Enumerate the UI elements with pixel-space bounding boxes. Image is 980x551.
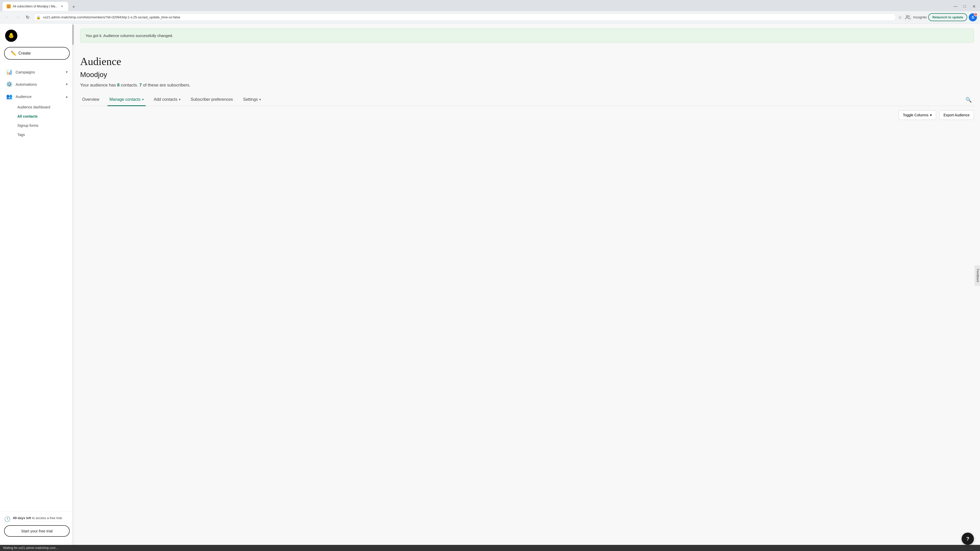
automations-label: Automations (16, 82, 66, 86)
content-actions: Toggle Columns ▾ Export Audience (74, 106, 980, 124)
svg-point-2 (10, 36, 11, 37)
profile-button[interactable]: S 1 (969, 13, 977, 21)
browser-frame: 🐒 All subscribers of Moodjoy | Ma... ✕ +… (0, 0, 980, 551)
feedback-tab[interactable]: Feedback (975, 265, 980, 286)
tab-add-contacts-label: Add contacts (154, 97, 178, 102)
campaigns-label: Campaigns (16, 70, 66, 74)
sidebar-item-automations[interactable]: ⚙️ Automations ▾ (1, 78, 73, 90)
help-icon: ? (966, 536, 969, 542)
toggle-columns-button[interactable]: Toggle Columns ▾ (899, 110, 936, 120)
tab-search-button[interactable]: 🔍 (963, 95, 974, 105)
campaigns-icon: 📊 (6, 69, 13, 75)
sidebar-scrollbar-thumb (72, 24, 74, 45)
sidebar-item-campaigns[interactable]: 📊 Campaigns ▾ (1, 66, 73, 78)
add-contacts-chevron-icon: ▾ (179, 98, 180, 101)
main-content: You got it. Audience columns successfull… (74, 24, 980, 545)
tab-manage-contacts-label: Manage contacts (110, 97, 141, 102)
settings-chevron-icon: ▾ (259, 98, 261, 101)
tab-settings[interactable]: Settings ▾ (241, 94, 263, 106)
tab-subscriber-preferences[interactable]: Subscriber preferences (189, 94, 235, 106)
close-window-button[interactable]: ✕ (970, 3, 977, 10)
sidebar-item-all-contacts[interactable]: All contacts (13, 112, 74, 121)
browser-titlebar: 🐒 All subscribers of Moodjoy | Ma... ✕ +… (0, 0, 980, 11)
refresh-button[interactable]: ↻ (24, 13, 32, 21)
create-label: Create (18, 51, 30, 56)
stats-contacts-count: 8 (117, 83, 119, 87)
incognito-badge (904, 13, 912, 21)
feedback-label: Feedback (976, 269, 980, 283)
tab-overview[interactable]: Overview (80, 94, 101, 106)
sidebar-item-audience-dashboard[interactable]: Audience dashboard (13, 103, 74, 112)
tab-subscriber-preferences-label: Subscriber preferences (191, 97, 233, 102)
audience-chevron-icon: ▴ (66, 94, 68, 98)
trial-text: 89 days left to access a free trial. (13, 516, 62, 520)
tab-manage-contacts[interactable]: Manage contacts ▾ (107, 94, 146, 106)
svg-point-3 (11, 36, 12, 37)
campaigns-chevron-icon: ▾ (66, 70, 68, 74)
page-title: Audience (80, 56, 974, 68)
new-tab-button[interactable]: + (70, 3, 78, 11)
active-tab[interactable]: 🐒 All subscribers of Moodjoy | Ma... ✕ (3, 2, 68, 11)
clock-icon: 🕐 (4, 516, 11, 522)
app-content: ✏️ Create 📊 Campaigns ▾ ⚙️ Automations ▾… (0, 24, 980, 545)
bookmark-icon[interactable]: ☆ (898, 14, 902, 20)
minimize-button[interactable]: — (952, 3, 959, 10)
sidebar: ✏️ Create 📊 Campaigns ▾ ⚙️ Automations ▾… (0, 24, 74, 545)
create-button[interactable]: ✏️ Create (4, 47, 70, 60)
tab-favicon: 🐒 (6, 4, 11, 8)
success-banner: You got it. Audience columns successfull… (80, 29, 974, 43)
relaunch-button[interactable]: Relaunch to update (928, 13, 967, 21)
address-bar[interactable] (34, 14, 896, 21)
status-bar: Waiting for us21.admin.mailchimp.com... (0, 545, 980, 551)
sidebar-item-tags[interactable]: Tags (13, 130, 74, 139)
automations-chevron-icon: ▾ (66, 82, 68, 86)
tab-add-contacts[interactable]: Add contacts ▾ (152, 94, 183, 106)
sidebar-footer: 🕐 89 days left to access a free trial. S… (0, 511, 74, 541)
help-button[interactable]: ? (962, 533, 974, 545)
automations-icon: ⚙️ (6, 81, 13, 87)
maximize-button[interactable]: □ (961, 3, 968, 10)
profile-letter: S (972, 15, 974, 19)
audience-icon: 👥 (6, 94, 13, 100)
sidebar-wrapper: ✏️ Create 📊 Campaigns ▾ ⚙️ Automations ▾… (0, 24, 74, 545)
forward-button[interactable]: → (13, 13, 21, 21)
pencil-icon: ✏️ (11, 51, 16, 56)
sidebar-item-signup-forms[interactable]: Signup forms (13, 121, 74, 130)
stats-suffix: of these are subscribers. (143, 83, 190, 87)
profile-notification-badge: 1 (974, 13, 977, 16)
toggle-columns-chevron-icon: ▾ (930, 113, 932, 117)
svg-point-0 (906, 15, 908, 17)
tab-overview-label: Overview (82, 97, 99, 102)
lock-icon: 🔒 (36, 15, 41, 19)
incognito-label: Incognito (913, 15, 927, 19)
address-bar-wrapper: 🔒 (34, 14, 896, 21)
start-trial-button[interactable]: Start your free trial (4, 525, 70, 537)
tab-settings-label: Settings (243, 97, 258, 102)
stats-middle: contacts. (121, 83, 138, 87)
stats-prefix: Your audience has (80, 83, 116, 87)
toggle-columns-label: Toggle Columns (903, 113, 928, 117)
audience-name: Moodjoy (80, 71, 974, 79)
trial-info: 🕐 89 days left to access a free trial. (4, 516, 70, 522)
sidebar-scrollbar[interactable] (72, 24, 74, 545)
browser-toolbar: ← → ↻ 🔒 ☆ Incognito Relaunch to update S… (0, 11, 980, 24)
page-header: Audience Moodjoy Your audience has 8 con… (74, 48, 980, 94)
tab-close-button[interactable]: ✕ (60, 4, 64, 8)
sidebar-logo (0, 27, 74, 47)
window-controls: — □ ✕ (952, 3, 977, 10)
sidebar-item-audience[interactable]: 👥 Audience ▴ (1, 90, 73, 103)
audience-subnav: Audience dashboard All contacts Signup f… (0, 103, 74, 139)
status-text: Waiting for us21.admin.mailchimp.com... (3, 546, 58, 550)
tab-bar: 🐒 All subscribers of Moodjoy | Ma... ✕ + (3, 2, 950, 11)
trial-days: 89 days left (13, 516, 31, 520)
success-message: You got it. Audience columns successfull… (86, 33, 173, 38)
trial-suffix: to access a free trial. (32, 516, 62, 520)
audience-stats: Your audience has 8 contacts. 7 of these… (80, 82, 974, 89)
manage-contacts-chevron-icon: ▾ (142, 98, 144, 101)
stats-subscribers-count: 7 (139, 83, 142, 87)
audience-label: Audience (16, 94, 66, 99)
back-button[interactable]: ← (3, 13, 11, 21)
toolbar-actions: ☆ Incognito Relaunch to update S 1 (898, 13, 977, 21)
mailchimp-logo[interactable] (5, 30, 18, 42)
export-audience-button[interactable]: Export Audience (939, 110, 974, 120)
